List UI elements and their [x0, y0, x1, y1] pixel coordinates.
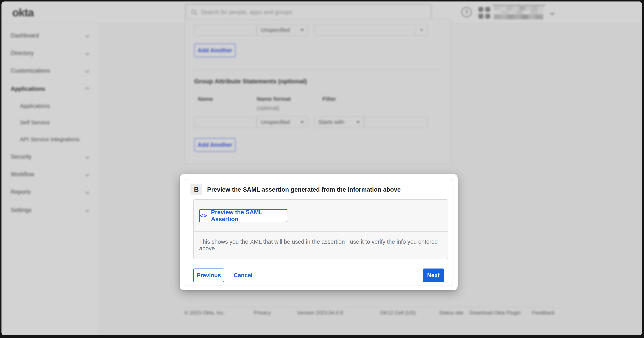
footer-link-status-site[interactable]: Status site — [439, 310, 463, 316]
sidebar-item-security[interactable]: Security — [2, 152, 98, 161]
code-icon: <> — [200, 212, 208, 219]
footer-link-download-okta-plugin[interactable]: Download Okta Plugin — [470, 310, 521, 316]
grid-square — [478, 7, 483, 12]
sidebar-subitem-self-service[interactable]: Self Service — [2, 118, 98, 126]
sidebar-item-customizations[interactable]: Customizations — [2, 66, 98, 75]
footer-divider — [184, 307, 554, 307]
saml-preview-step-inner: B Preview the SAML assertion generated f… — [185, 179, 452, 286]
chevron-down-icon — [86, 208, 89, 212]
preview-description: This shows you the XML that will be used… — [199, 238, 448, 252]
grid-square — [478, 14, 483, 19]
redacted-username — [494, 6, 543, 19]
group-name-input[interactable] — [194, 116, 257, 128]
chevron-down-icon — [86, 34, 89, 38]
add-another-button[interactable]: Add Another — [194, 44, 236, 57]
sidebar-subitem-applications[interactable]: Applications — [2, 102, 98, 110]
attribute-value-combobox[interactable] — [314, 24, 428, 36]
search-input[interactable] — [201, 9, 426, 16]
step-badge: B — [190, 184, 202, 195]
caret-down-icon — [356, 121, 360, 123]
global-search[interactable] — [185, 4, 432, 20]
column-header-name-format: Name format — [257, 96, 291, 102]
footer-version: Version 2023.04.0 E — [297, 310, 344, 316]
sidebar-item-directory[interactable]: Directory — [2, 49, 98, 58]
browser-viewport: okta ? — [2, 2, 642, 336]
chevron-down-icon — [550, 10, 554, 15]
sidebar-subitem-api-service-integrations[interactable]: API Service Integrations — [2, 135, 98, 144]
section-divider — [194, 70, 442, 70]
footer-copyright: © 2023 Okta, Inc. — [184, 310, 225, 316]
search-icon — [191, 9, 198, 16]
sidebar-item-dashboard[interactable]: Dashboard — [2, 31, 98, 40]
group-filter-type-select[interactable]: Starts with — [314, 116, 364, 128]
sidebar-item-settings[interactable]: Settings — [2, 206, 98, 214]
grid-square — [485, 14, 490, 19]
caret-down-icon — [300, 29, 304, 31]
chevron-down-icon — [86, 190, 89, 194]
column-header-name: Name — [198, 96, 213, 102]
preview-button-area: <> Preview the SAML Assertion — [194, 200, 448, 232]
help-icon[interactable]: ? — [461, 7, 472, 18]
footer-cell: OK12 Cell (US) — [380, 310, 416, 316]
grid-square — [485, 7, 490, 12]
chevron-up-icon — [86, 87, 89, 91]
user-account-menu[interactable] — [494, 5, 554, 21]
step-title: Preview the SAML assertion generated fro… — [207, 184, 401, 195]
attribute-name-format-select[interactable]: Unspecified — [257, 24, 308, 36]
preview-description-area: This shows you the XML that will be used… — [194, 232, 448, 258]
chevron-down-icon — [86, 172, 89, 176]
chevron-down-icon — [86, 69, 89, 73]
next-button[interactable]: Next — [422, 268, 444, 282]
sidebar-item-applications[interactable]: Applications — [2, 85, 98, 93]
saml-settings-form-panel: Unspecified Add Another Group Attribute … — [184, 19, 452, 164]
preview-saml-assertion-button[interactable]: <> Preview the SAML Assertion — [199, 209, 287, 222]
chevron-down-icon — [86, 155, 89, 158]
group-name-format-select[interactable]: Unspecified — [257, 116, 308, 128]
sidebar-item-reports[interactable]: Reports — [2, 188, 98, 196]
group-filter-value-input[interactable] — [364, 116, 428, 128]
attribute-name-input[interactable] — [194, 24, 257, 36]
column-header-optional-note: (optional) — [257, 105, 279, 111]
cancel-button[interactable]: Cancel — [232, 268, 254, 282]
chevron-down-icon — [86, 51, 89, 55]
previous-button[interactable]: Previous — [193, 268, 224, 282]
okta-logo: okta — [12, 6, 34, 19]
caret-down-icon — [420, 29, 423, 31]
column-header-filter: Filter — [322, 96, 336, 102]
combobox-dropdown-button[interactable] — [416, 25, 427, 36]
footer-link-privacy[interactable]: Privacy — [254, 310, 271, 316]
add-another-button[interactable]: Add Another — [194, 138, 236, 152]
screen: okta ? — [0, 0, 644, 338]
apps-grid-icon[interactable] — [478, 7, 490, 19]
preview-section: <> Preview the SAML Assertion This shows… — [193, 200, 448, 259]
group-attribute-statements-heading: Group Attribute Statements (optional) — [194, 78, 307, 85]
sidebar-nav: Dashboard Directory Customizations Appli… — [2, 23, 98, 336]
footer-link-feedback[interactable]: Feedback — [532, 310, 555, 316]
sidebar-item-workflow[interactable]: Workflow — [2, 170, 98, 179]
caret-down-icon — [300, 121, 304, 123]
saml-preview-step-card: B Preview the SAML assertion generated f… — [180, 174, 458, 290]
